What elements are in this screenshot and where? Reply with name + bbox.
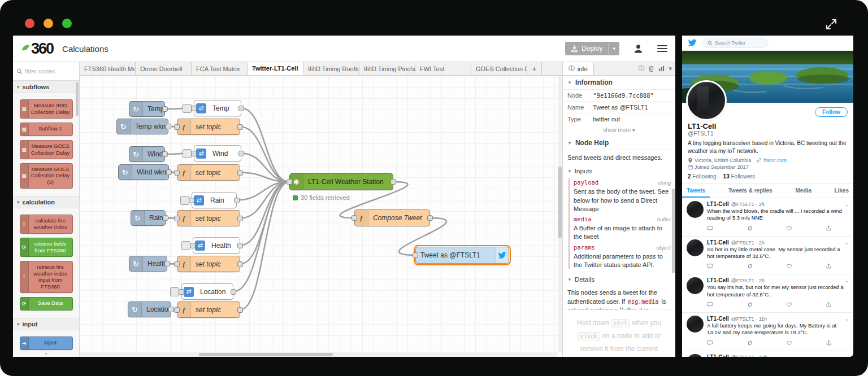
add-flow-button[interactable]: + [527,62,542,75]
node-button[interactable] [183,104,192,113]
palette-node-measure-goes-collection-delay[interactable]: ▦Measure GOES Collection Delay [20,140,73,159]
flow-node-function-set-topic[interactable]: ƒset topic [177,256,240,272]
flow-tab-orono-doorbell[interactable]: Orono Doorbell [136,62,192,75]
flow-canvas[interactable]: ↻Temp⇄Temp↻Temp wkndƒset topic↻Wind⇄Wind… [80,76,562,357]
trash-icon[interactable] [648,65,654,72]
section-information[interactable]: ▼ Information [563,76,675,90]
node-port-out[interactable] [237,124,243,130]
deploy-options-caret[interactable]: ▾ [608,43,619,54]
node-port-out[interactable] [164,261,170,266]
node-port-out[interactable] [238,106,244,111]
retweet-button[interactable] [747,224,753,234]
node-port-out[interactable] [163,215,168,221]
retweet-button[interactable] [747,338,753,348]
node-port-out[interactable] [427,215,433,221]
flow-node-change-temp[interactable]: ⇄Temp [183,100,241,116]
node-port-in[interactable] [174,261,180,267]
node-port-in[interactable] [174,216,180,221]
deploy-button[interactable]: Deploy ▾ [565,42,619,55]
retweet-button[interactable] [747,261,753,272]
flow-node-inject-health[interactable]: ↻Health [129,256,167,272]
profile-tab-tweets-replies[interactable]: Tweets & replies [724,184,777,198]
tweet-author-name[interactable]: LT1-Cell [707,316,729,322]
flow-node-inject-wind-wknd[interactable]: ↻Wind wknd [118,164,169,180]
tweet-author-name[interactable]: LT1-Cell [707,201,729,207]
node-button[interactable] [183,149,192,158]
node-port-in[interactable] [191,106,197,111]
section-node-help[interactable]: ▼ Node Help [563,136,675,150]
node-port-out[interactable] [237,307,243,313]
palette-node-subflow-1[interactable]: ▦Subflow 1 [20,123,73,136]
twitter-logo-icon[interactable] [688,39,697,47]
palette-node-save-data[interactable]: ⟳Save Data [20,297,73,311]
palette-node-inject[interactable]: ⇥inject [20,336,73,350]
flow-tab-twitter-lt1-cell[interactable]: Twitter-LT1-Cell [248,62,303,75]
share-button[interactable] [826,224,832,234]
like-button[interactable] [786,338,792,348]
user-menu-button[interactable] [633,43,644,54]
chart-icon[interactable] [658,65,665,72]
close-button[interactable] [25,19,34,28]
tweet-item[interactable]: LT1-Cell@FTSLT1 · 12h⌄Beach day. Hopeful… [682,351,853,357]
tweet-avatar[interactable] [687,316,704,333]
node-port-out[interactable] [231,289,236,295]
node-port-in[interactable] [174,170,180,176]
minimize-button[interactable] [44,19,53,28]
node-port-in[interactable] [189,198,194,203]
node-port-out[interactable] [166,124,171,129]
node-port-out[interactable] [162,151,168,157]
like-button[interactable] [786,224,792,234]
main-menu-button[interactable] [657,43,667,54]
wire-change-location-to-station[interactable] [233,182,289,292]
node-port-in[interactable] [190,243,196,248]
flow-node-twitter-tweet-as-ftslt1[interactable]: Tweet as @FTSLT1 [415,247,509,264]
palette-node-retrieve-fire-weather-index-input-from-fts360[interactable]: !retrieve fire weather index input from … [20,261,73,294]
flow-node-function-set-topic[interactable]: ƒset topic [177,210,240,226]
canvas-vertical-scrollbar[interactable] [558,76,562,352]
flow-node-function-compose-tweet[interactable]: ƒCompose Tweet [354,209,430,226]
palette-section-subflows[interactable]: ▾subflows [13,81,79,93]
flow-node-function-set-topic[interactable]: ƒset topic [177,164,240,181]
tweet-menu-chevron-icon[interactable]: ⌄ [844,240,849,246]
wire-change-temp-to-station[interactable] [241,108,289,182]
node-port-out[interactable] [237,216,243,221]
node-port-out[interactable] [166,169,172,175]
tweet-author-name[interactable]: LT1-Cell [707,277,729,283]
palette-section-input[interactable]: ▾input [13,318,79,330]
node-port-in[interactable] [174,124,180,130]
node-button[interactable] [181,241,190,250]
tweet-menu-chevron-icon[interactable]: ⌄ [844,278,849,283]
flow-tab-irid-timing-rooftop[interactable]: IRID Timing Rooftop [303,62,359,75]
node-port-out[interactable] [238,151,244,156]
node-port-in[interactable] [413,252,418,258]
palette-node-calculate-fire-weather-index[interactable]: !calculate fire weather index [20,215,73,234]
wire-change-health-to-station[interactable] [240,182,289,246]
share-button[interactable] [826,261,832,272]
tweet-item[interactable]: LT1-Cell@FTSLT1 · 2h⌄So hot in my little… [682,237,853,275]
palette-filter-input[interactable] [25,68,70,75]
tweet-menu-chevron-icon[interactable]: ⌄ [844,355,849,357]
like-button[interactable] [786,261,792,272]
flow-node-change-location[interactable]: ⇄Location [170,283,233,300]
flow-tab-goes-collection-delay[interactable]: GOES Collection Delay [471,62,527,75]
tweet-avatar[interactable] [687,201,704,218]
tweet-author-name[interactable]: LT1-Cell [707,239,729,246]
followers-count[interactable]: 13 Followers [723,173,756,180]
flow-tab-irid-timing-pinchin[interactable]: IRID Timing Pinchin [359,62,415,75]
flow-node-inject-rain[interactable]: ↻Rain [131,210,166,226]
reply-button[interactable] [707,338,713,348]
palette-section-calculation[interactable]: ▾calculation [13,196,79,208]
fullscreen-icon[interactable] [824,17,839,32]
tweet-avatar[interactable] [687,354,704,357]
tweet-item[interactable]: LT1-Cell@FTSLT1 · 11h⌄A full battery kee… [682,313,853,351]
reply-button[interactable] [707,300,713,310]
node-port-in[interactable] [179,289,184,295]
flow-node-change-wind[interactable]: ⇄Wind [183,145,241,161]
tweet-item[interactable]: LT1-Cell@FTSLT1 · 2h⌄When the wind blows… [682,198,853,237]
twitter-search-input[interactable] [715,40,763,46]
profile-tab-media[interactable]: Media [791,184,815,198]
reply-button[interactable] [707,224,713,234]
palette-node-measure-goes-collection-delay-3[interactable]: ▦Measure GOES Collection Delay (3) [20,163,73,189]
share-button[interactable] [826,300,832,310]
following-count[interactable]: 2 Following [688,173,717,180]
